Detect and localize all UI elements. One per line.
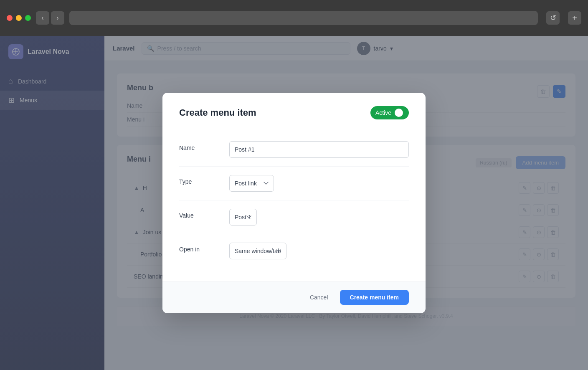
type-select-wrapper: Post link Custom URL Page link <box>229 175 409 192</box>
type-select[interactable]: Post link Custom URL Page link <box>229 175 274 192</box>
cancel-button[interactable]: Cancel <box>303 291 335 304</box>
modal-title: Create menu item <box>179 107 256 118</box>
active-toggle[interactable]: Active <box>370 106 409 119</box>
name-input[interactable] <box>229 141 409 158</box>
open-in-label: Open in <box>179 243 221 253</box>
new-tab-button[interactable]: + <box>568 11 581 25</box>
nav-buttons: ‹ › <box>36 11 64 25</box>
forward-button[interactable]: › <box>51 11 64 25</box>
open-in-select-wrapper: Same window/tab New window/tab <box>229 243 409 259</box>
modal-footer: Cancel Create menu item <box>162 281 426 313</box>
app-layout: Laravel Nova ⌂ Dashboard ⊞ Menus Laravel… <box>0 36 588 370</box>
close-button[interactable] <box>7 15 13 21</box>
value-select-wrapper: Post 1 Post 2 Post 3 <box>229 209 409 226</box>
reload-button[interactable]: ↺ <box>546 11 560 25</box>
active-label: Active <box>375 109 391 116</box>
modal-header: Create menu item Active <box>179 106 409 119</box>
name-label: Name <box>179 141 221 151</box>
browser-chrome: ‹ › ↺ + <box>0 0 588 36</box>
traffic-lights <box>7 15 31 21</box>
minimize-button[interactable] <box>16 15 22 21</box>
back-button[interactable]: ‹ <box>36 11 49 25</box>
value-select[interactable]: Post 1 Post 2 Post 3 <box>229 209 257 226</box>
type-field-container: Type Post link Custom URL Page link <box>179 167 409 200</box>
address-bar[interactable] <box>69 11 538 25</box>
maximize-button[interactable] <box>25 15 31 21</box>
open-in-select[interactable]: Same window/tab New window/tab <box>229 243 286 259</box>
create-menu-item-modal: Create menu item Active Name Type <box>162 93 426 313</box>
value-label: Value <box>179 209 221 219</box>
create-menu-item-button[interactable]: Create menu item <box>340 290 409 305</box>
modal-body: Create menu item Active Name Type <box>162 93 426 281</box>
name-field-container: Name <box>179 133 409 167</box>
modal-overlay: Create menu item Active Name Type <box>0 36 588 370</box>
toggle-circle <box>395 109 403 117</box>
type-label: Type <box>179 175 221 185</box>
value-field-container: Value Post 1 Post 2 Post 3 <box>179 200 409 234</box>
open-in-field-container: Open in Same window/tab New window/tab <box>179 234 409 268</box>
